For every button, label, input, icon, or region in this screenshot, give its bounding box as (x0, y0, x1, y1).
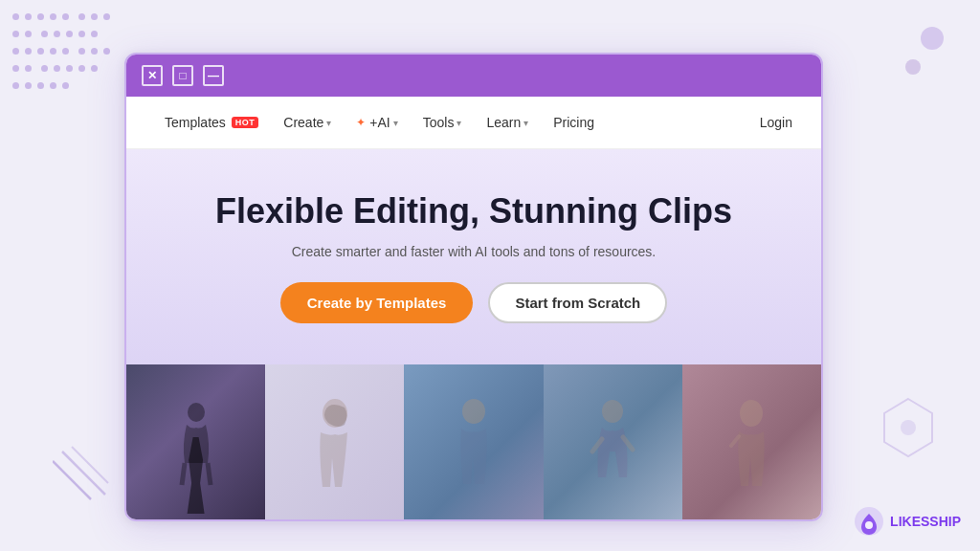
decorative-shape-bottom-right (880, 394, 937, 474)
image-cell-5 (682, 364, 821, 521)
svg-line-9 (182, 463, 185, 485)
nav-ai[interactable]: ✦ +AI ▾ (346, 109, 407, 136)
chevron-down-icon-ai: ▾ (393, 118, 398, 128)
nav-tools-label: Tools (423, 115, 455, 130)
create-templates-button[interactable]: Create by Templates (280, 282, 474, 323)
nav-pricing[interactable]: Pricing (544, 109, 604, 136)
nav-create-label: Create (283, 115, 323, 130)
nav-learn-label: Learn (486, 115, 521, 130)
chevron-down-icon-tools: ▾ (457, 118, 461, 128)
hero-section: Flexible Editing, Stunning Clips Create … (126, 149, 821, 364)
image-cell-2 (265, 364, 404, 521)
hot-badge: HOT (232, 117, 259, 128)
action-clip-image (126, 364, 265, 521)
hero-title: Flexible Editing, Stunning Clips (215, 190, 732, 231)
title-bar: ✕ □ — (126, 55, 821, 97)
brand-logo: LIKESSHIP (854, 506, 961, 537)
nav-tools[interactable]: Tools ▾ (413, 109, 472, 136)
svg-point-8 (188, 403, 205, 422)
svg-point-7 (865, 521, 873, 529)
image-strip (126, 364, 821, 521)
nav-templates-label: Templates (165, 115, 226, 130)
dance-clip-image (544, 364, 682, 521)
decorative-dots (10, 10, 115, 115)
close-button[interactable]: ✕ (142, 65, 163, 86)
logo-icon (854, 506, 884, 537)
nav-templates[interactable]: Templates HOT (155, 109, 268, 136)
login-button[interactable]: Login (760, 115, 792, 130)
hero-buttons: Create by Templates Start from Scratch (280, 282, 668, 323)
maximize-button[interactable]: □ (172, 65, 193, 86)
decorative-lines (53, 442, 110, 513)
image-cell-3 (404, 364, 543, 521)
nav-pricing-label: Pricing (553, 115, 594, 130)
nav-items: Templates HOT Create ▾ ✦ +AI ▾ Tools ▾ L… (155, 109, 760, 136)
image-cell-4 (544, 364, 682, 521)
logo-text: LIKESSHIP (890, 514, 961, 529)
portrait-clip-image (265, 364, 404, 521)
minimize-button[interactable]: — (203, 65, 224, 86)
chevron-down-icon: ▾ (326, 118, 331, 128)
browser-window: ✕ □ — Templates HOT Create ▾ ✦ +AI ▾ (124, 53, 823, 521)
nature-clip-image (682, 364, 821, 521)
svg-point-13 (602, 400, 623, 423)
svg-point-12 (462, 399, 485, 424)
svg-line-10 (208, 463, 211, 485)
svg-point-4 (905, 59, 921, 75)
ai-plus-icon: ✦ (356, 116, 366, 129)
nav-create[interactable]: Create ▾ (274, 109, 341, 136)
nav-bar: Templates HOT Create ▾ ✦ +AI ▾ Tools ▾ L… (126, 97, 821, 149)
image-cell-1 (126, 364, 265, 521)
person-clip-image (404, 364, 543, 521)
svg-point-5 (901, 420, 916, 435)
decorative-shape-top-right (875, 19, 951, 134)
svg-point-3 (921, 27, 944, 50)
nav-learn[interactable]: Learn ▾ (477, 109, 538, 136)
nav-ai-label: +AI (369, 115, 390, 130)
svg-point-16 (740, 400, 763, 427)
svg-line-0 (53, 461, 91, 499)
chevron-down-icon-learn: ▾ (523, 118, 528, 128)
hero-subtitle: Create smarter and faster with AI tools … (292, 244, 657, 259)
start-from-scratch-button[interactable]: Start from Scratch (488, 282, 667, 323)
